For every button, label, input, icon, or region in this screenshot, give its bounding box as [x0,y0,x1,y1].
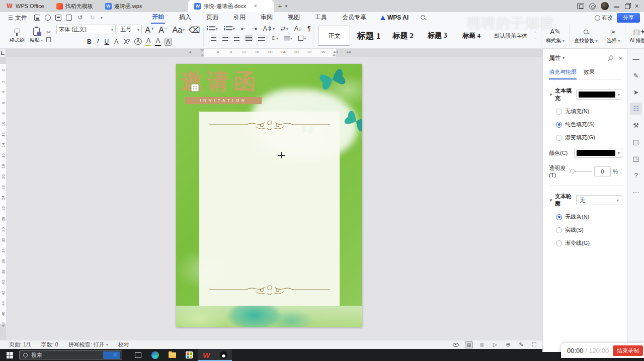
character-scale-button[interactable]: A⇕▾ [262,25,276,33]
task-view-button[interactable] [129,349,146,361]
search-command-button[interactable] [421,14,425,21]
style-heading-3[interactable]: 标题 3 [421,26,453,46]
option-gradient-fill[interactable]: 渐变填充(G) [556,134,622,141]
tab-active-document[interactable]: W 张悦-邀请函.docx × [188,0,274,12]
minimize-button[interactable] [614,3,620,9]
character-shading-button[interactable]: A [165,38,172,46]
decrease-font-button[interactable]: A⁻ [157,25,169,35]
styles-scroll-up-icon[interactable]: ⌃ [534,31,537,35]
align-center-button[interactable] [221,35,229,41]
decrease-indent-button[interactable]: ⇤ [240,25,247,33]
select-tool-icon[interactable]: ➤ [630,86,642,98]
tab-docer-template[interactable]: 找稻壳模板 [50,0,99,12]
web-view-icon[interactable]: ⊕ [504,341,512,348]
maximize-restore-button[interactable] [625,4,630,9]
export-pdf-icon[interactable] [45,15,51,21]
font-family-select[interactable]: 宋体 (正文) ▾ [56,25,116,34]
ribbon-tab-insert[interactable]: 插入 [178,12,192,23]
distribute-button[interactable] [257,35,266,41]
slider-knob[interactable] [570,169,575,173]
quick-access-dropdown-icon[interactable]: ▾ [101,16,103,20]
underline-button[interactable]: U [104,38,110,46]
italic-button[interactable]: I [96,37,100,46]
print-preview-icon[interactable] [66,15,72,21]
pen-tool-icon[interactable]: ✎ [630,69,642,81]
taskbar-search[interactable]: 搜索 [19,350,122,359]
text-outline-section-header[interactable]: ▼ 文本轮廓 无 ▾ [549,193,622,208]
align-right-button[interactable] [233,35,240,41]
collapse-strip-icon[interactable]: — [630,53,642,65]
spell-check-toggle[interactable]: 拼写检查: 打开▾ [63,341,113,348]
close-tab-icon[interactable]: × [254,3,257,10]
properties-strip-icon[interactable]: ☷ [630,103,642,115]
style-set-button[interactable]: A✎ 样式集 ▾ [541,24,570,47]
print-icon[interactable] [55,15,61,21]
close-panel-icon[interactable]: × [618,54,622,62]
document-page[interactable]: 邀请函 INVITATION [176,64,362,327]
ribbon-tab-view[interactable]: 视图 [287,12,301,23]
copy-icon[interactable] [46,37,51,42]
bold-button[interactable]: B [86,38,93,46]
ribbon-tab-reference[interactable]: 引用 [232,12,247,23]
tab-invitation-wps[interactable]: W 邀请函.wps [99,0,148,12]
ribbon-tab-member[interactable]: 会员专享 [341,12,367,23]
hanging-indent-marker[interactable] [200,54,204,56]
first-line-indent-marker[interactable] [200,49,204,52]
redo-icon[interactable]: ↻ [89,14,96,21]
play-view-icon[interactable]: ▷ [491,341,499,348]
ribbon-tab-review[interactable]: 审阅 [260,12,274,23]
style-heading-4[interactable]: 标题 4 [455,26,488,46]
wps-ai-button[interactable]: WPS AI [380,14,409,21]
page-view-icon[interactable]: ▤ [465,341,473,348]
option-solid-line[interactable]: 实线(S) [556,226,622,234]
edit-mode-icon[interactable]: ✎ [517,341,525,348]
undo-icon[interactable]: ↺ [76,14,84,21]
help-strip-icon[interactable]: ? [630,169,642,181]
increase-indent-button[interactable]: ⇥ [251,25,258,33]
color-select[interactable]: ▾ [574,148,622,158]
transparency-value[interactable]: 0 [594,166,611,176]
styles-scroll-down-icon[interactable]: ⌄ [534,36,537,40]
numbered-list-button[interactable]: ▾ [223,26,236,32]
object-anchor-handle[interactable] [191,84,199,92]
ribbon-tab-tools[interactable]: 工具 [314,12,328,23]
qq-taskbar-button[interactable] [215,349,232,361]
text-outline-select[interactable]: 无 ▾ [576,195,622,205]
ai-typeset-button[interactable]: ▤✦ AI 排版 ▾ [625,24,644,47]
transparency-stepper[interactable]: ⌃⌄ [620,169,622,174]
transparency-slider[interactable] [571,171,592,172]
tab-fill-outline[interactable]: 填充与轮廓 [549,68,577,79]
tab-effects[interactable]: 效果 [584,68,595,79]
pin-panel-icon[interactable] [607,56,612,61]
shading-button[interactable]: ▾ [283,35,293,41]
user-avatar[interactable] [601,2,609,10]
outline-view-icon[interactable]: ≣ [478,341,486,348]
style-body-text[interactable]: 正文 [318,26,350,46]
text-effects-button[interactable]: A [134,38,142,45]
panel-title[interactable]: 属性▾ [549,54,565,62]
line-spacing-button[interactable]: ⇕▾ [270,34,279,42]
start-button[interactable] [0,349,19,361]
ribbon-tab-page[interactable]: 页面 [205,12,219,23]
text-fill-section-header[interactable]: ▼ 文本填充 ▾ [549,87,622,102]
eye-protect-icon[interactable] [452,341,460,348]
clear-format-button[interactable]: ⌫ [188,25,201,35]
select-button[interactable]: ➢ 选择 ▾ [602,24,625,47]
find-replace-button[interactable]: 查找替换 ▾ [570,24,602,47]
new-tab-button[interactable]: + [278,2,282,10]
wps-taskbar-button[interactable]: W [198,349,215,361]
tab-list-dropdown-icon[interactable]: ▾ [285,4,287,9]
borders-button[interactable]: ▾ [297,35,307,41]
option-gradient-line[interactable]: 渐变线(G) [556,239,622,247]
cut-icon[interactable]: ✂ [46,29,51,36]
style-heading-1[interactable]: 标题 1 [352,26,385,46]
increase-font-button[interactable]: A⁺ [144,25,155,35]
font-color-button[interactable]: A [155,37,161,46]
option-no-fill[interactable]: 无填充(N) [556,108,622,115]
justify-button[interactable] [245,35,253,41]
option-solid-fill[interactable]: 纯色填充(S) [556,121,622,128]
word-count[interactable]: 字数: 0 [36,341,63,348]
strikethrough-button[interactable]: A [113,38,119,46]
superscript-button[interactable]: X² [123,38,131,46]
format-painter-button[interactable]: 格式刷 [7,27,27,45]
